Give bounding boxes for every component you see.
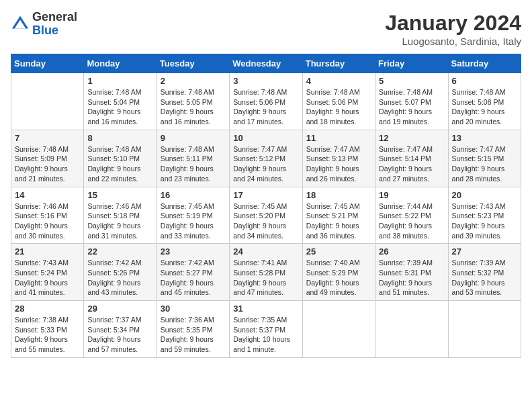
day-info: Sunrise: 7:48 AMSunset: 5:06 PMDaylight:… [306, 87, 371, 127]
day-number: 28 [15, 304, 80, 314]
day-number: 16 [161, 190, 226, 200]
calendar-table: SundayMondayTuesdayWednesdayThursdayFrid… [11, 54, 521, 358]
day-number: 5 [379, 76, 444, 86]
day-number: 8 [87, 133, 152, 143]
calendar-cell: 3Sunrise: 7:48 AMSunset: 5:06 PMDaylight… [230, 73, 302, 130]
calendar-cell: 6Sunrise: 7:48 AMSunset: 5:08 PMDaylight… [448, 73, 521, 130]
day-info: Sunrise: 7:45 AMSunset: 5:21 PMDaylight:… [306, 201, 371, 241]
logo-blue: Blue [32, 24, 58, 37]
day-number: 20 [452, 190, 517, 200]
calendar-cell: 25Sunrise: 7:40 AMSunset: 5:29 PMDayligh… [302, 244, 375, 301]
day-info: Sunrise: 7:48 AMSunset: 5:11 PMDaylight:… [161, 144, 226, 184]
calendar-cell: 1Sunrise: 7:48 AMSunset: 5:04 PMDaylight… [84, 73, 157, 130]
day-number: 9 [161, 133, 226, 143]
calendar-cell: 12Sunrise: 7:47 AMSunset: 5:14 PMDayligh… [375, 130, 448, 187]
calendar-cell: 27Sunrise: 7:39 AMSunset: 5:32 PMDayligh… [448, 244, 521, 301]
day-info: Sunrise: 7:37 AMSunset: 5:34 PMDaylight:… [87, 315, 152, 355]
calendar-cell [375, 301, 448, 358]
day-number: 26 [379, 246, 444, 257]
day-number: 12 [379, 133, 444, 143]
day-info: Sunrise: 7:44 AMSunset: 5:22 PMDaylight:… [379, 201, 444, 241]
calendar-cell: 9Sunrise: 7:48 AMSunset: 5:11 PMDaylight… [157, 130, 229, 187]
calendar-cell: 17Sunrise: 7:45 AMSunset: 5:20 PMDayligh… [230, 187, 302, 244]
calendar-cell: 26Sunrise: 7:39 AMSunset: 5:31 PMDayligh… [375, 244, 448, 301]
calendar-cell: 8Sunrise: 7:48 AMSunset: 5:10 PMDaylight… [84, 130, 157, 187]
day-info: Sunrise: 7:36 AMSunset: 5:35 PMDaylight:… [161, 315, 226, 355]
calendar-cell: 29Sunrise: 7:37 AMSunset: 5:34 PMDayligh… [84, 301, 157, 358]
calendar-week-row: 1Sunrise: 7:48 AMSunset: 5:04 PMDaylight… [11, 73, 521, 130]
weekday-header: Monday [84, 54, 157, 73]
day-info: Sunrise: 7:35 AMSunset: 5:37 PMDaylight:… [233, 315, 298, 355]
day-info: Sunrise: 7:42 AMSunset: 5:26 PMDaylight:… [87, 258, 152, 298]
day-info: Sunrise: 7:48 AMSunset: 5:07 PMDaylight:… [379, 87, 444, 127]
day-number: 3 [233, 76, 298, 86]
calendar-cell: 7Sunrise: 7:48 AMSunset: 5:09 PMDaylight… [11, 130, 84, 187]
weekday-header: Friday [375, 54, 448, 73]
location-title: Luogosanto, Sardinia, Italy [385, 36, 521, 47]
calendar-cell: 18Sunrise: 7:45 AMSunset: 5:21 PMDayligh… [302, 187, 375, 244]
calendar-cell: 20Sunrise: 7:43 AMSunset: 5:23 PMDayligh… [448, 187, 521, 244]
weekday-header: Thursday [302, 54, 375, 73]
calendar-week-row: 21Sunrise: 7:43 AMSunset: 5:24 PMDayligh… [11, 244, 521, 301]
day-info: Sunrise: 7:42 AMSunset: 5:27 PMDaylight:… [161, 258, 226, 298]
calendar-cell [448, 301, 521, 358]
day-info: Sunrise: 7:45 AMSunset: 5:19 PMDaylight:… [161, 201, 226, 241]
day-number: 4 [306, 76, 371, 86]
logo: General Blue [11, 11, 77, 38]
day-info: Sunrise: 7:48 AMSunset: 5:04 PMDaylight:… [87, 87, 152, 127]
weekday-header: Saturday [448, 54, 521, 73]
header: General Blue January 2024 Luogosanto, Sa… [11, 11, 521, 47]
day-info: Sunrise: 7:45 AMSunset: 5:20 PMDaylight:… [233, 201, 298, 241]
day-number: 21 [15, 246, 80, 257]
day-info: Sunrise: 7:48 AMSunset: 5:09 PMDaylight:… [15, 144, 80, 184]
day-number: 10 [233, 133, 298, 143]
day-info: Sunrise: 7:47 AMSunset: 5:13 PMDaylight:… [306, 144, 371, 184]
day-number: 27 [452, 246, 517, 257]
calendar-cell [302, 301, 375, 358]
day-number: 23 [161, 246, 226, 257]
day-info: Sunrise: 7:41 AMSunset: 5:28 PMDaylight:… [233, 258, 298, 298]
day-number: 15 [87, 190, 152, 200]
day-number: 17 [233, 190, 298, 200]
day-info: Sunrise: 7:43 AMSunset: 5:23 PMDaylight:… [452, 201, 517, 241]
day-number: 14 [15, 190, 80, 200]
day-info: Sunrise: 7:39 AMSunset: 5:31 PMDaylight:… [379, 258, 444, 298]
day-number: 13 [452, 133, 517, 143]
weekday-header-row: SundayMondayTuesdayWednesdayThursdayFrid… [11, 54, 521, 73]
calendar-week-row: 28Sunrise: 7:38 AMSunset: 5:33 PMDayligh… [11, 301, 521, 358]
day-info: Sunrise: 7:38 AMSunset: 5:33 PMDaylight:… [15, 315, 80, 355]
calendar-week-row: 7Sunrise: 7:48 AMSunset: 5:09 PMDaylight… [11, 130, 521, 187]
weekday-header: Tuesday [157, 54, 229, 73]
calendar-cell: 13Sunrise: 7:47 AMSunset: 5:15 PMDayligh… [448, 130, 521, 187]
day-info: Sunrise: 7:40 AMSunset: 5:29 PMDaylight:… [306, 258, 371, 298]
day-info: Sunrise: 7:39 AMSunset: 5:32 PMDaylight:… [452, 258, 517, 298]
day-number: 6 [452, 76, 517, 86]
day-number: 22 [87, 246, 152, 257]
day-number: 18 [306, 190, 371, 200]
calendar-cell: 21Sunrise: 7:43 AMSunset: 5:24 PMDayligh… [11, 244, 84, 301]
calendar-cell [11, 73, 84, 130]
calendar-cell: 4Sunrise: 7:48 AMSunset: 5:06 PMDaylight… [302, 73, 375, 130]
day-info: Sunrise: 7:48 AMSunset: 5:08 PMDaylight:… [452, 87, 517, 127]
calendar-cell: 22Sunrise: 7:42 AMSunset: 5:26 PMDayligh… [84, 244, 157, 301]
day-number: 7 [15, 133, 80, 143]
title-area: January 2024 Luogosanto, Sardinia, Italy [385, 11, 521, 47]
day-number: 31 [233, 304, 298, 314]
day-info: Sunrise: 7:47 AMSunset: 5:15 PMDaylight:… [452, 144, 517, 184]
logo-general: General [32, 10, 77, 24]
calendar-cell: 19Sunrise: 7:44 AMSunset: 5:22 PMDayligh… [375, 187, 448, 244]
calendar-cell: 30Sunrise: 7:36 AMSunset: 5:35 PMDayligh… [157, 301, 229, 358]
day-info: Sunrise: 7:48 AMSunset: 5:10 PMDaylight:… [87, 144, 152, 184]
calendar-cell: 5Sunrise: 7:48 AMSunset: 5:07 PMDaylight… [375, 73, 448, 130]
day-number: 29 [87, 304, 152, 314]
calendar-cell: 15Sunrise: 7:46 AMSunset: 5:18 PMDayligh… [84, 187, 157, 244]
calendar-cell: 23Sunrise: 7:42 AMSunset: 5:27 PMDayligh… [157, 244, 229, 301]
calendar-week-row: 14Sunrise: 7:46 AMSunset: 5:16 PMDayligh… [11, 187, 521, 244]
day-number: 2 [161, 76, 226, 86]
day-number: 25 [306, 246, 371, 257]
calendar-cell: 28Sunrise: 7:38 AMSunset: 5:33 PMDayligh… [11, 301, 84, 358]
calendar-cell: 24Sunrise: 7:41 AMSunset: 5:28 PMDayligh… [230, 244, 302, 301]
weekday-header: Wednesday [230, 54, 302, 73]
day-number: 24 [233, 246, 298, 257]
month-title: January 2024 [385, 11, 521, 36]
